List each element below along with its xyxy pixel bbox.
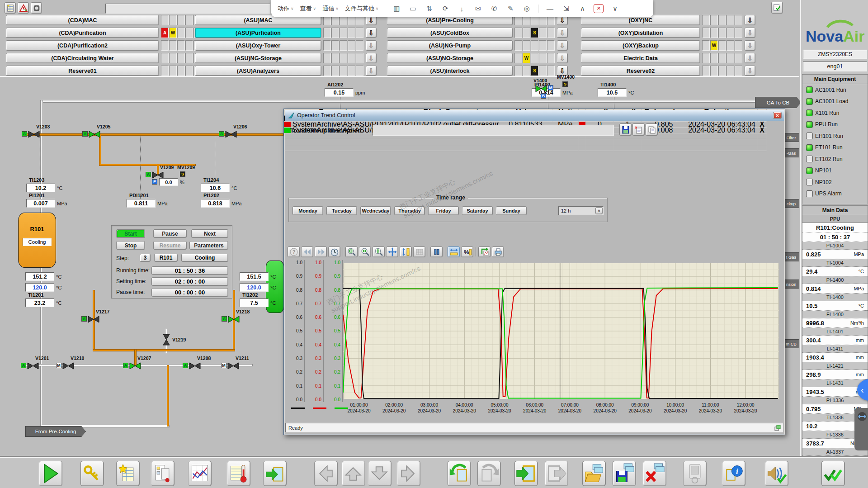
device-button[interactable]: [683, 461, 707, 486]
trend-group-description-input[interactable]: [373, 125, 614, 136]
day-button-monday[interactable]: Monday: [292, 206, 323, 215]
start-button[interactable]: Start: [116, 229, 145, 238]
restart-icon[interactable]: ⟳: [440, 5, 450, 13]
nav-button-reserve02[interactable]: Reserve02: [581, 66, 700, 76]
export-curve-button[interactable]: [478, 246, 491, 257]
shrink-button[interactable]: ⇲: [561, 5, 571, 13]
disconnect-button[interactable]: ×: [594, 4, 604, 13]
nav-right-button[interactable]: [397, 461, 420, 486]
measurement-TI1201[interactable]: 23.2: [25, 298, 54, 307]
zoom-x-button[interactable]: [359, 246, 371, 257]
temperature-report-button[interactable]: [227, 461, 250, 486]
redo-button[interactable]: [477, 461, 501, 486]
day-button-sunday[interactable]: Sunday: [496, 206, 527, 215]
dialog-titlebar[interactable]: Operator Trend Control ✕: [285, 110, 784, 121]
zoom-area-button[interactable]: [345, 246, 358, 257]
screen-exit-button[interactable]: [545, 461, 568, 486]
measurement-PDI1201[interactable]: 0.811: [127, 199, 156, 208]
valve-v1210[interactable]: [62, 362, 74, 370]
flow-label-from-pre-cooling[interactable]: From Pre-Cooling: [25, 426, 86, 437]
expand-button[interactable]: ∨: [610, 5, 620, 13]
stop-button[interactable]: Stop: [116, 241, 145, 250]
screen-enter-button[interactable]: [514, 461, 538, 486]
nav-button--oxy-backup[interactable]: (OXY)Backup: [581, 40, 700, 51]
measurement-E_PCT[interactable]: 0.0: [159, 178, 178, 186]
download-icon[interactable]: ↓: [457, 5, 467, 13]
time-select-button[interactable]: [328, 246, 340, 257]
measurement-R102_T1[interactable]: 151.5: [240, 272, 269, 281]
trend-plot-area[interactable]: [343, 263, 779, 399]
remove-row-button[interactable]: X: [758, 128, 767, 133]
nav-button--asu-interlock[interactable]: (ASU)Interlock: [387, 66, 513, 76]
nav-left-button[interactable]: [314, 461, 338, 486]
overlay-menu-文件与其他[interactable]: 文件与其他∨: [345, 5, 379, 13]
day-button-tuesday[interactable]: Tuesday: [326, 206, 357, 215]
step-forward-button[interactable]: [315, 246, 327, 257]
overlay-menu-查看[interactable]: 查看∨: [300, 5, 316, 13]
resume-button[interactable]: Resume: [153, 241, 187, 250]
ruler-x-button[interactable]: [448, 246, 460, 257]
nav-page-down-arrow[interactable]: ⇩: [366, 53, 377, 63]
report-save-button[interactable]: [151, 461, 175, 486]
chart-icon[interactable]: ▥: [392, 5, 401, 13]
pan-button[interactable]: [386, 246, 398, 257]
valve-v1211[interactable]: [227, 362, 239, 370]
grid-off-button[interactable]: [413, 246, 425, 257]
login-key-button[interactable]: [80, 461, 104, 486]
pause-button[interactable]: Pause: [153, 229, 187, 238]
copy-trend-page-icon[interactable]: [646, 123, 658, 136]
nav-button--asu-coldbox[interactable]: (ASU)ColdBox: [387, 28, 513, 38]
valve-v1201[interactable]: [27, 362, 39, 370]
record-icon[interactable]: ◎: [522, 5, 532, 13]
nav-page-down-arrow[interactable]: ⇩: [745, 15, 755, 25]
measurement-R102_T2[interactable]: 120.0: [240, 283, 269, 292]
zoom-y-button[interactable]: [373, 246, 385, 257]
ack-all-button[interactable]: [821, 461, 845, 486]
nav-button--cda-purification2[interactable]: (CDA)Purification2: [6, 40, 159, 51]
nav-button--asu-purfication[interactable]: (ASU)Purfication: [195, 28, 321, 38]
alarm-quick-button[interactable]: [18, 2, 29, 14]
windows-delete-button[interactable]: [643, 461, 666, 486]
alarm-ack-button[interactable]: [765, 461, 788, 486]
help-button[interactable]: ?: [288, 246, 300, 257]
nav-button--asu-ng-pump[interactable]: (ASU)NG-Pump: [387, 40, 513, 51]
chat-icon[interactable]: ✉: [473, 5, 483, 13]
edit-icon[interactable]: ✎: [505, 5, 515, 13]
chevron-down-icon[interactable]: ∨: [595, 207, 603, 214]
edge-flow-stub[interactable]: -Gas: [783, 148, 799, 157]
run-button[interactable]: [39, 461, 62, 486]
next-button[interactable]: Next: [191, 229, 228, 238]
phone-icon[interactable]: ✆: [489, 5, 499, 13]
valve-v1400[interactable]: [535, 85, 547, 94]
step-back-button[interactable]: [301, 246, 313, 257]
nav-page-down-arrow[interactable]: ⇩: [745, 40, 755, 51]
valve-v1205[interactable]: [89, 131, 100, 138]
nav-button--cda-circulating-water[interactable]: (CDA)Circulating Water: [6, 53, 159, 63]
measurement-TI1203[interactable]: 10.2: [26, 184, 55, 192]
nav-button--cda-mac[interactable]: (CDA)MAC: [6, 15, 159, 25]
valve-v1207[interactable]: [129, 362, 141, 370]
nav-page-down-arrow[interactable]: ⇩: [745, 28, 755, 38]
nav-button--asu-oxy-tower[interactable]: (ASU)Oxy-Tower: [195, 40, 321, 51]
measurement-R101_T1[interactable]: 151.2: [25, 272, 54, 281]
undo-button[interactable]: [448, 461, 471, 486]
valve-v1208[interactable]: [189, 362, 201, 370]
edge-flow-stub[interactable]: m CB: [783, 339, 799, 348]
card-icon[interactable]: ▭: [408, 5, 418, 13]
nav-button-reserve01[interactable]: Reserve01: [6, 66, 159, 76]
overlay-menu-通信[interactable]: 通信∨: [322, 5, 339, 13]
save-trend-group-icon[interactable]: [619, 123, 632, 136]
nav-page-down-arrow[interactable]: ⇩: [366, 28, 377, 38]
nav-page-down-arrow[interactable]: ⇩: [745, 66, 755, 76]
new-trend-page-icon[interactable]: [632, 123, 645, 136]
remove-row-button[interactable]: X: [758, 122, 767, 128]
overlay-menu-动作[interactable]: 动作∨: [278, 5, 294, 13]
stop-quick-button[interactable]: [31, 2, 42, 14]
minimize-button[interactable]: —: [545, 5, 555, 13]
nav-page-down-arrow[interactable]: ⇩: [745, 53, 755, 63]
command-field[interactable]: [105, 4, 270, 14]
collapse-button[interactable]: ∧: [577, 5, 587, 13]
nav-button--oxy-distillation[interactable]: (OXY)Distillation: [581, 28, 700, 38]
measurement-R101_T2[interactable]: 120.0: [25, 283, 54, 292]
measurement-TI1400[interactable]: 10.5: [598, 88, 627, 97]
